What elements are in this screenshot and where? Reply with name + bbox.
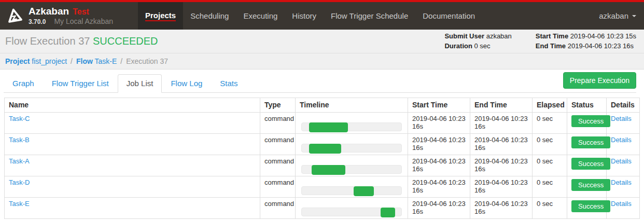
end-time-cell: 2019-04-06 10:23 16s: [470, 198, 533, 219]
user-menu-label: azkaban: [599, 11, 628, 20]
job-type-cell: command: [260, 176, 296, 198]
azkaban-brand[interactable]: Azkaban Test 3.70.0 My Local Azkaban: [5, 2, 113, 30]
col-start: Start Time: [408, 98, 470, 113]
end-time-cell: 2019-04-06 10:23 16s: [470, 176, 533, 198]
prepare-execution-button[interactable]: Prepare Execution: [563, 72, 636, 89]
timeline-bar: [309, 144, 341, 154]
timeline-track: [301, 122, 402, 131]
timeline-bar: [354, 186, 374, 196]
elapsed-cell: 0 sec: [533, 113, 567, 134]
main-nav: ProjectsSchedulingExecutingHistoryFlow T…: [138, 2, 482, 30]
timeline-bar: [309, 122, 347, 132]
job-name-link[interactable]: Task-B: [9, 136, 30, 144]
status-badge: Success: [571, 136, 610, 148]
tab[interactable]: Flow Trigger List: [43, 74, 118, 93]
breadcrumb-flow-link[interactable]: Flow Task-E: [76, 57, 117, 65]
execution-info-panel: Submit User azkaban Start Time 2019-04-0…: [444, 32, 636, 51]
tab-list: GraphFlow Trigger ListJob ListFlow LogSt…: [4, 74, 636, 93]
breadcrumb-separator: /: [71, 57, 73, 65]
timeline-bar: [312, 165, 345, 175]
elapsed-cell: 0 sec: [533, 176, 567, 198]
brand-name: Azkaban: [29, 6, 69, 17]
timeline-track: [301, 144, 402, 153]
job-name-link[interactable]: Task-D: [9, 178, 30, 186]
nav-item[interactable]: History: [285, 2, 324, 30]
start-time-cell: 2019-04-06 10:23 16s: [408, 198, 470, 219]
col-type: Type: [260, 98, 296, 113]
table-row: Task-B command 2019-04-06 10:23 16s 2019…: [5, 134, 640, 155]
tab[interactable]: Stats: [211, 74, 246, 93]
job-list-table: Name Type Timeline Start Time End Time E…: [4, 98, 640, 219]
details-link[interactable]: Details: [611, 178, 632, 186]
end-time-cell: 2019-04-06 10:23 16s: [470, 134, 533, 155]
breadcrumb-project-link[interactable]: Project fist_project: [5, 57, 67, 65]
table-row: Task-A command 2019-04-06 10:23 16s 2019…: [5, 155, 640, 176]
job-name-link[interactable]: Task-C: [9, 115, 30, 122]
table-row: Task-C command 2019-04-06 10:23 16s 2019…: [5, 113, 640, 134]
timeline-cell: [296, 134, 408, 155]
job-type-cell: command: [260, 134, 296, 155]
start-time-field: Start Time 2019-04-06 10:23 15s: [536, 32, 636, 40]
nav-item[interactable]: Scheduling: [183, 2, 236, 30]
nav-item[interactable]: Documentation: [415, 2, 482, 30]
breadcrumb: Project fist_project / Flow Task-E / Exe…: [0, 53, 644, 70]
details-link[interactable]: Details: [611, 115, 632, 122]
nav-item[interactable]: Projects: [138, 2, 183, 30]
timeline-cell: [296, 198, 408, 219]
timeline-cell: [296, 113, 408, 134]
brand-version: 3.70.0: [29, 19, 46, 26]
breadcrumb-separator: /: [120, 57, 122, 65]
start-time-cell: 2019-04-06 10:23 16s: [408, 176, 470, 198]
start-time-cell: 2019-04-06 10:23 16s: [408, 113, 470, 134]
flow-execution-title: Flow Execution 37: [5, 35, 90, 47]
top-navbar: Azkaban Test 3.70.0 My Local Azkaban Pro…: [0, 0, 644, 30]
elapsed-cell: 0 sec: [533, 134, 567, 155]
timeline-cell: [296, 176, 408, 198]
table-row: Task-D command 2019-04-06 10:23 16s 2019…: [5, 176, 640, 198]
start-time-cell: 2019-04-06 10:23 16s: [408, 134, 470, 155]
submit-user-field: Submit User azkaban: [444, 32, 511, 40]
azkaban-logo-icon: [5, 7, 24, 25]
details-link[interactable]: Details: [611, 157, 632, 165]
details-link[interactable]: Details: [611, 136, 632, 144]
job-name-link[interactable]: Task-A: [9, 157, 30, 165]
tab[interactable]: Graph: [4, 74, 43, 93]
caret-down-icon: [632, 15, 636, 17]
timeline-cell: [296, 155, 408, 176]
end-time-cell: 2019-04-06 10:23 16s: [470, 113, 533, 134]
nav-item[interactable]: Executing: [236, 2, 285, 30]
col-timeline: Timeline: [296, 98, 408, 113]
table-row: Task-E command 2019-04-06 10:23 16s 2019…: [5, 198, 640, 219]
flow-status-text: SUCCEEDED: [93, 35, 158, 47]
duration-field: Duration 0 sec: [444, 42, 511, 50]
timeline-track: [301, 186, 402, 195]
breadcrumb-execution: Execution 37: [126, 57, 168, 65]
elapsed-cell: 0 sec: [533, 155, 567, 176]
timeline-track: [301, 208, 402, 216]
job-type-cell: command: [260, 113, 296, 134]
start-time-cell: 2019-04-06 10:23 16s: [408, 155, 470, 176]
job-type-cell: command: [260, 198, 296, 219]
user-menu[interactable]: azkaban: [599, 2, 636, 30]
table-header-row: Name Type Timeline Start Time End Time E…: [5, 98, 640, 113]
col-elapsed: Elapsed: [533, 98, 567, 113]
col-end: End Time: [470, 98, 533, 113]
details-link[interactable]: Details: [611, 200, 632, 208]
brand-subtitle: My Local Azkaban: [54, 17, 113, 25]
tabs-bar: GraphFlow Trigger ListJob ListFlow LogSt…: [0, 70, 644, 93]
tab[interactable]: Job List: [118, 74, 162, 93]
status-badge: Success: [571, 179, 610, 191]
status-badge: Success: [571, 200, 610, 212]
flow-execution-header: Flow Execution 37 SUCCEEDED Submit User …: [0, 30, 644, 53]
status-badge: Success: [571, 158, 610, 170]
col-name: Name: [5, 98, 260, 113]
elapsed-cell: 0 sec: [533, 198, 567, 219]
timeline-track: [301, 165, 402, 174]
tab[interactable]: Flow Log: [162, 74, 211, 93]
end-time-cell: 2019-04-06 10:23 16s: [470, 155, 533, 176]
nav-item[interactable]: Flow Trigger Schedule: [324, 2, 415, 30]
timeline-bar: [381, 208, 395, 217]
page-title: Flow Execution 37 SUCCEEDED: [5, 35, 158, 47]
status-badge: Success: [571, 115, 610, 127]
job-name-link[interactable]: Task-E: [9, 200, 30, 208]
